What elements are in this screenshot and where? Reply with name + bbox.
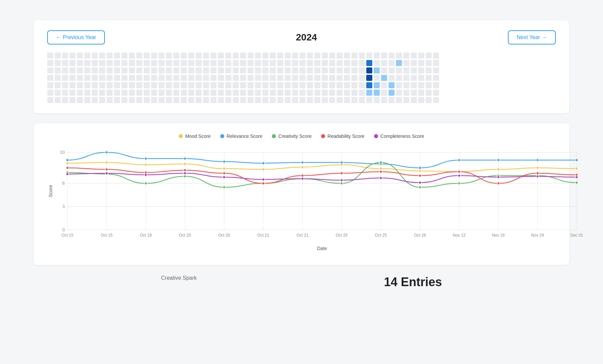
heatmap-cell[interactable] [188,67,194,73]
heatmap-cell[interactable] [173,97,179,103]
dot-relevance-10[interactable] [458,159,461,161]
heatmap-cell[interactable] [426,53,432,59]
heatmap-cell[interactable] [47,67,53,73]
heatmap-cell[interactable] [181,75,187,81]
heatmap-cell[interactable] [188,53,194,59]
heatmap-cell[interactable] [344,53,350,59]
heatmap-cell[interactable] [418,97,424,103]
heatmap-cell[interactable] [299,97,306,103]
heatmap-cell[interactable] [129,75,135,81]
heatmap-cell[interactable] [337,97,343,103]
heatmap-cell[interactable] [299,90,306,96]
heatmap-cell[interactable] [366,82,372,88]
dot-creativity-3[interactable] [183,175,186,178]
heatmap-cell[interactable] [210,60,217,66]
heatmap-cell[interactable] [374,75,380,81]
heatmap-cell[interactable] [359,67,365,73]
heatmap-cell[interactable] [322,82,328,88]
heatmap-cell[interactable] [129,60,135,66]
heatmap-cell[interactable] [255,90,261,96]
heatmap-cell[interactable] [55,60,61,66]
heatmap-cell[interactable] [99,53,105,59]
heatmap-cell[interactable] [151,53,157,59]
heatmap-cell[interactable] [396,60,402,66]
dot-mood-8[interactable] [379,167,382,170]
dot-completeness-1[interactable] [105,172,108,175]
heatmap-cell[interactable] [203,53,209,59]
heatmap-cell[interactable] [389,67,395,73]
heatmap-cell[interactable] [299,60,306,66]
heatmap-cell[interactable] [114,82,120,88]
dot-completeness-6[interactable] [301,177,304,180]
heatmap-cell[interactable] [418,60,424,66]
heatmap-cell[interactable] [285,82,291,88]
heatmap-cell[interactable] [262,60,268,66]
heatmap-cell[interactable] [114,90,120,96]
heatmap-cell[interactable] [47,90,53,96]
heatmap-cell[interactable] [84,53,90,59]
heatmap-cell[interactable] [107,67,113,73]
heatmap-cell[interactable] [136,75,142,81]
heatmap-cell[interactable] [337,60,343,66]
heatmap-cell[interactable] [366,53,372,59]
dot-readability-10[interactable] [458,171,461,173]
dot-mood-4[interactable] [223,167,226,170]
dot-readability-5[interactable] [262,182,265,185]
heatmap-cell[interactable] [210,82,217,88]
heatmap-cell[interactable] [366,97,372,103]
heatmap-cell[interactable] [381,60,387,66]
heatmap-cell[interactable] [188,90,194,96]
heatmap-cell[interactable] [121,82,127,88]
heatmap-cell[interactable] [403,97,409,103]
heatmap-cell[interactable] [47,97,53,103]
dot-completeness-9[interactable] [419,181,421,184]
heatmap-cell[interactable] [277,75,283,81]
heatmap-cell[interactable] [248,97,254,103]
heatmap-cell[interactable] [92,75,98,81]
heatmap-cell[interactable] [203,90,209,96]
heatmap-cell[interactable] [151,75,157,81]
heatmap-cell[interactable] [188,97,194,103]
heatmap-cell[interactable] [381,97,387,103]
heatmap-cell[interactable] [322,60,328,66]
heatmap-cell[interactable] [396,75,402,81]
heatmap-cell[interactable] [262,53,268,59]
heatmap-cell[interactable] [55,82,61,88]
heatmap-cell[interactable] [240,67,246,73]
heatmap-cell[interactable] [218,53,224,59]
heatmap-cell[interactable] [314,75,320,81]
heatmap-cell[interactable] [255,53,261,59]
heatmap-cell[interactable] [344,75,350,81]
heatmap-cell[interactable] [77,97,83,103]
prev-year-button[interactable]: ← Previous Year [47,30,105,44]
heatmap-cell[interactable] [262,75,268,81]
heatmap-cell[interactable] [418,82,424,88]
heatmap-cell[interactable] [151,97,157,103]
heatmap-cell[interactable] [374,97,380,103]
heatmap-cell[interactable] [144,60,150,66]
heatmap-cell[interactable] [136,82,142,88]
heatmap-cell[interactable] [285,75,291,81]
heatmap-cell[interactable] [359,82,365,88]
heatmap-cell[interactable] [403,67,409,73]
heatmap-cell[interactable] [173,82,179,88]
heatmap-cell[interactable] [262,82,268,88]
heatmap-cell[interactable] [337,67,343,73]
heatmap-cell[interactable] [144,90,150,96]
heatmap-cell[interactable] [218,60,224,66]
dot-readability-12[interactable] [536,172,539,175]
heatmap-cell[interactable] [374,82,380,88]
heatmap-cell[interactable] [337,75,343,81]
heatmap-cell[interactable] [225,60,231,66]
heatmap-cell[interactable] [433,97,439,103]
dot-creativity-9[interactable] [419,186,421,189]
dot-completeness-11[interactable] [497,176,500,179]
heatmap-cell[interactable] [159,90,165,96]
heatmap-cell[interactable] [344,60,350,66]
heatmap-cell[interactable] [233,97,239,103]
heatmap-cell[interactable] [359,90,365,96]
heatmap-cell[interactable] [366,75,372,81]
heatmap-cell[interactable] [121,53,127,59]
heatmap-cell[interactable] [77,82,83,88]
heatmap-cell[interactable] [248,82,254,88]
